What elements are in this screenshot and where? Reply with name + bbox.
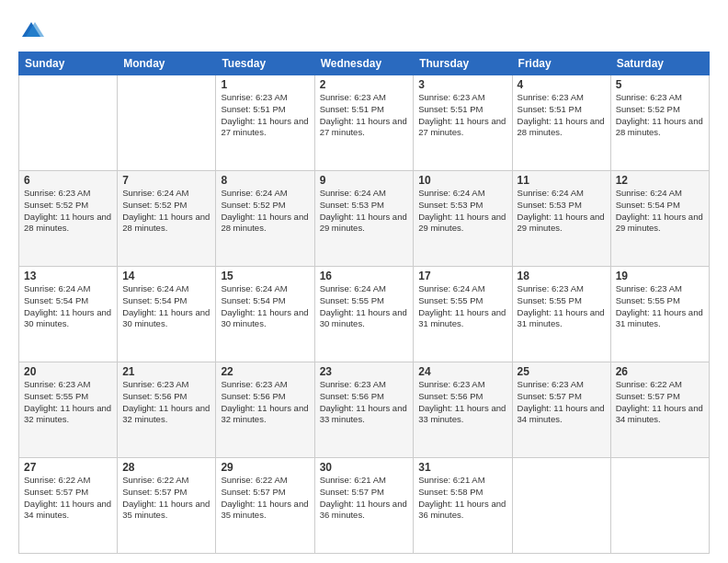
calendar-cell: 2Sunrise: 6:23 AM Sunset: 5:51 PM Daylig… <box>314 75 414 171</box>
day-number: 18 <box>518 270 606 282</box>
day-info: Sunrise: 6:22 AM Sunset: 5:57 PM Dayligh… <box>616 379 704 426</box>
day-number: 16 <box>320 270 409 282</box>
calendar-cell: 17Sunrise: 6:24 AM Sunset: 5:55 PM Dayli… <box>414 267 512 362</box>
calendar-cell: 26Sunrise: 6:22 AM Sunset: 5:57 PM Dayli… <box>610 362 709 458</box>
logo <box>18 18 46 44</box>
day-number: 29 <box>221 461 309 474</box>
day-info: Sunrise: 6:24 AM Sunset: 5:55 PM Dayligh… <box>320 283 409 330</box>
day-number: 7 <box>122 174 210 187</box>
day-info: Sunrise: 6:23 AM Sunset: 5:57 PM Dayligh… <box>518 379 606 426</box>
day-info: Sunrise: 6:24 AM Sunset: 5:52 PM Dayligh… <box>221 188 309 235</box>
calendar-cell: 8Sunrise: 6:24 AM Sunset: 5:52 PM Daylig… <box>216 171 314 267</box>
weekday-header: Wednesday <box>314 52 414 75</box>
calendar-cell: 14Sunrise: 6:24 AM Sunset: 5:54 PM Dayli… <box>118 267 216 362</box>
day-number: 26 <box>616 365 704 378</box>
calendar-cell: 11Sunrise: 6:24 AM Sunset: 5:53 PM Dayli… <box>512 171 610 267</box>
calendar-cell: 5Sunrise: 6:23 AM Sunset: 5:52 PM Daylig… <box>610 75 709 171</box>
day-number: 6 <box>24 174 112 187</box>
day-info: Sunrise: 6:21 AM Sunset: 5:58 PM Dayligh… <box>418 475 506 522</box>
day-number: 3 <box>418 78 506 91</box>
day-info: Sunrise: 6:24 AM Sunset: 5:54 PM Dayligh… <box>122 283 210 330</box>
day-info: Sunrise: 6:23 AM Sunset: 5:55 PM Dayligh… <box>24 379 112 426</box>
day-number: 22 <box>221 365 309 378</box>
calendar-cell: 30Sunrise: 6:21 AM Sunset: 5:57 PM Dayli… <box>314 458 414 554</box>
calendar-header-row: SundayMondayTuesdayWednesdayThursdayFrid… <box>19 52 710 75</box>
calendar-cell: 29Sunrise: 6:22 AM Sunset: 5:57 PM Dayli… <box>216 458 314 554</box>
day-info: Sunrise: 6:23 AM Sunset: 5:52 PM Dayligh… <box>24 188 112 235</box>
day-number: 8 <box>221 174 309 187</box>
calendar-cell: 27Sunrise: 6:22 AM Sunset: 5:57 PM Dayli… <box>19 458 118 554</box>
day-number: 21 <box>122 365 210 378</box>
day-info: Sunrise: 6:23 AM Sunset: 5:55 PM Dayligh… <box>616 283 704 330</box>
calendar-cell: 31Sunrise: 6:21 AM Sunset: 5:58 PM Dayli… <box>414 458 512 554</box>
day-number: 25 <box>518 365 606 378</box>
day-number: 9 <box>320 174 409 187</box>
day-number: 12 <box>616 174 704 187</box>
calendar-cell: 23Sunrise: 6:23 AM Sunset: 5:56 PM Dayli… <box>314 362 414 458</box>
day-number: 11 <box>518 174 606 187</box>
calendar-cell: 12Sunrise: 6:24 AM Sunset: 5:54 PM Dayli… <box>610 171 709 267</box>
day-info: Sunrise: 6:24 AM Sunset: 5:53 PM Dayligh… <box>418 188 506 235</box>
day-number: 24 <box>418 365 506 378</box>
day-info: Sunrise: 6:23 AM Sunset: 5:56 PM Dayligh… <box>221 379 309 426</box>
day-number: 4 <box>518 78 606 91</box>
calendar-week-row: 1Sunrise: 6:23 AM Sunset: 5:51 PM Daylig… <box>19 75 710 171</box>
day-info: Sunrise: 6:23 AM Sunset: 5:51 PM Dayligh… <box>518 92 606 139</box>
calendar-week-row: 20Sunrise: 6:23 AM Sunset: 5:55 PM Dayli… <box>19 362 710 458</box>
day-number: 2 <box>320 78 409 91</box>
calendar-cell: 18Sunrise: 6:23 AM Sunset: 5:55 PM Dayli… <box>512 267 610 362</box>
day-info: Sunrise: 6:23 AM Sunset: 5:51 PM Dayligh… <box>221 92 309 139</box>
day-number: 23 <box>320 365 409 378</box>
day-number: 15 <box>221 270 309 282</box>
day-info: Sunrise: 6:22 AM Sunset: 5:57 PM Dayligh… <box>221 475 309 522</box>
calendar-cell: 22Sunrise: 6:23 AM Sunset: 5:56 PM Dayli… <box>216 362 314 458</box>
day-info: Sunrise: 6:23 AM Sunset: 5:51 PM Dayligh… <box>320 92 409 139</box>
day-number: 5 <box>616 78 704 91</box>
calendar-cell: 10Sunrise: 6:24 AM Sunset: 5:53 PM Dayli… <box>414 171 512 267</box>
day-info: Sunrise: 6:24 AM Sunset: 5:53 PM Dayligh… <box>320 188 409 235</box>
day-number: 10 <box>418 174 506 187</box>
calendar-cell: 4Sunrise: 6:23 AM Sunset: 5:51 PM Daylig… <box>512 75 610 171</box>
calendar-cell: 6Sunrise: 6:23 AM Sunset: 5:52 PM Daylig… <box>19 171 118 267</box>
calendar-cell: 15Sunrise: 6:24 AM Sunset: 5:54 PM Dayli… <box>216 267 314 362</box>
calendar-cell: 16Sunrise: 6:24 AM Sunset: 5:55 PM Dayli… <box>314 267 414 362</box>
day-number: 19 <box>616 270 704 282</box>
day-info: Sunrise: 6:23 AM Sunset: 5:56 PM Dayligh… <box>418 379 506 426</box>
day-number: 20 <box>24 365 112 378</box>
day-info: Sunrise: 6:23 AM Sunset: 5:51 PM Dayligh… <box>418 92 506 139</box>
day-info: Sunrise: 6:24 AM Sunset: 5:52 PM Dayligh… <box>122 188 210 235</box>
header <box>18 15 710 44</box>
calendar-cell: 7Sunrise: 6:24 AM Sunset: 5:52 PM Daylig… <box>118 171 216 267</box>
calendar-week-row: 27Sunrise: 6:22 AM Sunset: 5:57 PM Dayli… <box>19 458 710 554</box>
day-number: 13 <box>24 270 112 282</box>
weekday-header: Monday <box>118 52 216 75</box>
day-number: 14 <box>122 270 210 282</box>
day-info: Sunrise: 6:24 AM Sunset: 5:55 PM Dayligh… <box>418 283 506 330</box>
day-number: 28 <box>122 461 210 474</box>
day-number: 30 <box>320 461 409 474</box>
weekday-header: Saturday <box>610 52 709 75</box>
day-info: Sunrise: 6:24 AM Sunset: 5:54 PM Dayligh… <box>616 188 704 235</box>
day-info: Sunrise: 6:24 AM Sunset: 5:54 PM Dayligh… <box>221 283 309 330</box>
weekday-header: Tuesday <box>216 52 314 75</box>
calendar-table: SundayMondayTuesdayWednesdayThursdayFrid… <box>18 52 710 554</box>
weekday-header: Friday <box>512 52 610 75</box>
calendar-cell: 1Sunrise: 6:23 AM Sunset: 5:51 PM Daylig… <box>216 75 314 171</box>
day-info: Sunrise: 6:23 AM Sunset: 5:56 PM Dayligh… <box>122 379 210 426</box>
day-number: 1 <box>221 78 309 91</box>
calendar-cell: 28Sunrise: 6:22 AM Sunset: 5:57 PM Dayli… <box>118 458 216 554</box>
day-info: Sunrise: 6:23 AM Sunset: 5:56 PM Dayligh… <box>320 379 409 426</box>
day-info: Sunrise: 6:22 AM Sunset: 5:57 PM Dayligh… <box>122 475 210 522</box>
calendar-week-row: 6Sunrise: 6:23 AM Sunset: 5:52 PM Daylig… <box>19 171 710 267</box>
calendar-week-row: 13Sunrise: 6:24 AM Sunset: 5:54 PM Dayli… <box>19 267 710 362</box>
calendar-cell: 25Sunrise: 6:23 AM Sunset: 5:57 PM Dayli… <box>512 362 610 458</box>
day-number: 27 <box>24 461 112 474</box>
logo-icon <box>18 18 44 44</box>
weekday-header: Sunday <box>19 52 118 75</box>
calendar-cell: 3Sunrise: 6:23 AM Sunset: 5:51 PM Daylig… <box>414 75 512 171</box>
calendar-cell: 21Sunrise: 6:23 AM Sunset: 5:56 PM Dayli… <box>118 362 216 458</box>
day-info: Sunrise: 6:24 AM Sunset: 5:54 PM Dayligh… <box>24 283 112 330</box>
day-info: Sunrise: 6:22 AM Sunset: 5:57 PM Dayligh… <box>24 475 112 522</box>
weekday-header: Thursday <box>414 52 512 75</box>
calendar-cell <box>118 75 216 171</box>
